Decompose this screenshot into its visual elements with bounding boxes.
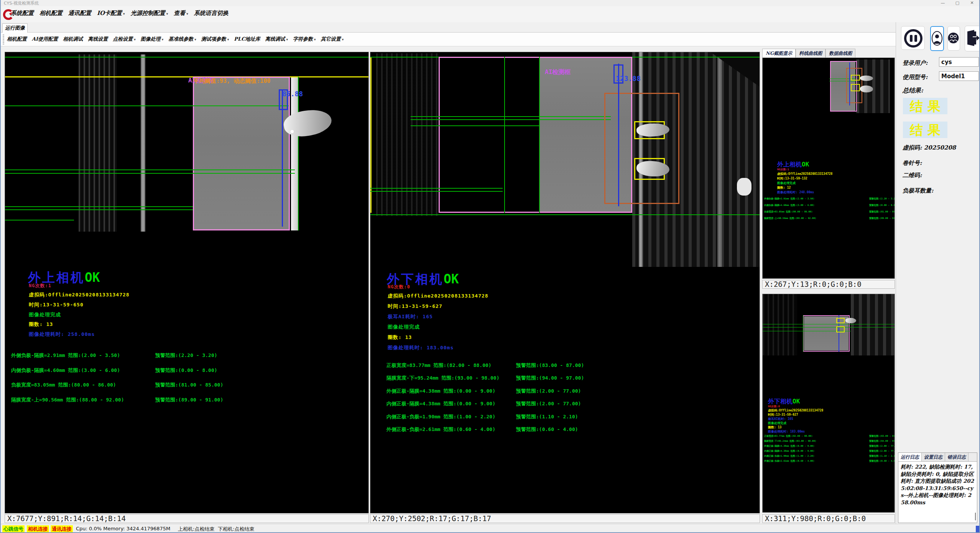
login-user-input[interactable] [939, 57, 979, 67]
mini-virtual-code: 虚拟码:Offline20250208133134728 [777, 172, 832, 176]
measure-line-vertical [539, 57, 540, 213]
mini-elapsed: 图像处理耗时: 248.00ms [777, 190, 814, 194]
tab-error-log[interactable]: 错误日志 [945, 453, 968, 461]
chevron-down-icon: ▾ [166, 12, 168, 16]
baseline-green-top [5, 57, 369, 58]
menu-camera-config[interactable]: 相机配置 [39, 10, 62, 17]
mini-elapsed: 图像处理耗时: 183.00ms [768, 429, 805, 434]
capture-time: 时间:13-31-59-627 [388, 303, 442, 310]
pause-icon [904, 29, 922, 48]
tab-ng-screenshot[interactable]: NG截图显示 [762, 49, 796, 58]
tool-label: 相机调试 [63, 36, 83, 42]
measurement-text: 内侧正极-隔膜=4.38mm 范围:(0.00 - 9.00) [386, 400, 495, 407]
camera-bg-stripes [79, 54, 117, 232]
warn-range: 预警范围:(2.20 - 3.20) [869, 197, 895, 201]
pause-button[interactable] [901, 26, 925, 50]
measurement-row: 内侧正极-负极=1.90mm 范围:(1.00 - 2.20)预警范围:(1.1… [764, 454, 894, 459]
resize-grip[interactable] [976, 526, 980, 533]
tool-offline-debug[interactable]: 离线调试▾ [265, 36, 288, 43]
mini-ng-count: NG次数:0 [768, 405, 780, 408]
camera-status-ok: OK [793, 398, 800, 405]
tool-baseline-params[interactable]: 基准线参数▾ [168, 36, 196, 43]
warn-range: 预警范围:(2.00 - 77.00) [869, 444, 895, 448]
tool-plc-address[interactable]: PLC地址库 [234, 36, 260, 43]
measure-line [370, 188, 503, 189]
total-result-label: 总结果: [903, 87, 923, 95]
loop-count: 圈数: 13 [29, 321, 53, 328]
qrcode-field: 二维码: [903, 172, 922, 179]
menu-label: 光源控制配置 [131, 10, 165, 16]
measure-value: 123.88 [616, 74, 641, 82]
tool-label: 相机配置 [7, 36, 27, 42]
chevron-down-icon: ▾ [314, 38, 316, 41]
measurement-text: 隔膜宽度-上=90.56mm 范围:(88.00 - 92.00) [11, 396, 124, 403]
exit-door-icon [965, 26, 980, 50]
virtual-code-field: 虚拟码: 20250208 [903, 144, 956, 151]
camera-name: 外上相机 [777, 161, 802, 168]
measure-value: 85.88 [282, 90, 303, 98]
loop-count: 圈数: 13 [388, 334, 412, 341]
menu-bar: 系统配置 相机配置 通讯配置 IO卡配置▾ 光源控制配置▾ 查看▾ 系统语言切换 [1, 6, 980, 22]
measure-line-long [370, 214, 760, 215]
menu-system-config[interactable]: 系统配置 [11, 10, 34, 17]
log-scrollbar[interactable] [975, 513, 976, 520]
toolbar-items: 相机配置 AI使用配置 相机调试 离线设置 点检设置▾ 图像处理▾ 基准线参数▾… [7, 36, 344, 43]
ng-mini-down-view[interactable]: 外下相机OK NG次数:0 虚拟码:Offline202502081331347… [762, 294, 895, 513]
tool-image-process[interactable]: 图像处理▾ [141, 36, 164, 43]
tab-data-curve[interactable]: 数据曲线图 [825, 49, 855, 58]
exit-button[interactable] [965, 26, 980, 51]
mini-tape [860, 76, 873, 81]
heartbeat-status: 心跳信号 [2, 525, 25, 533]
mini-tape [860, 86, 873, 92]
model-input[interactable] [939, 71, 979, 81]
warn-range: 预警范围:(0.60 - 4.00) [869, 459, 895, 463]
tab-run-log[interactable]: 运行日志 [898, 453, 922, 461]
ng-mini-up-view[interactable]: 外上相机OK NG次数:1 虚拟码:Offline202502081331347… [762, 58, 895, 279]
tab-material-curve[interactable]: 料线曲线图 [796, 49, 825, 58]
camera-down-view[interactable]: AI检测框 123.88 外下相机OK NG次数:0 虚拟码:Offline20… [370, 52, 760, 513]
user-icon [931, 27, 943, 50]
tool-spotcheck-setting[interactable]: 点检设置▾ [113, 36, 136, 43]
white-reflection [737, 178, 751, 196]
mini-camera-image [763, 294, 895, 355]
tool-testitem-params[interactable]: 测试项参数▾ [201, 36, 229, 43]
menu-io-config[interactable]: IO卡配置▾ [97, 10, 125, 17]
defect-box-orange [604, 93, 679, 204]
tab-setting-log[interactable]: 设置日志 [922, 453, 945, 461]
ai-detect-box-pink [439, 57, 632, 213]
camera-bright-band [141, 54, 145, 232]
measurement-row: 外侧正极-隔膜=4.38mm 范围:(0.00 - 9.00)预警范围:(2.0… [764, 444, 894, 449]
login-user-label: 登录用户: [903, 59, 928, 67]
tool-offline-setting[interactable]: 离线设置 [88, 36, 108, 43]
tool-other-settings[interactable]: 其它设置▾ [321, 36, 344, 43]
minimize-icon[interactable]: — [936, 0, 950, 6]
menu-view[interactable]: 查看▾ [174, 10, 188, 17]
measurement-text: 外侧正极-负极=2.61mm 范围:(0.60 - 4.00) [764, 459, 814, 463]
warn-range: 预警范围:(83.00 - 87.00) [516, 362, 584, 369]
measurement-row: 隔膜宽度-下=95.24mm 范围:(93.00 - 98.00)预警范围:(9… [386, 375, 755, 387]
camera-up-view[interactable]: AI检测框 平均阈值:93, 动态阈值:100 85.88 外上相机OK NG次… [5, 52, 369, 513]
tab-run-image[interactable]: 运行图像 [2, 23, 28, 33]
measure-line [5, 169, 295, 170]
maximize-icon[interactable]: ▢ [950, 0, 965, 6]
close-icon[interactable]: ✕ [965, 0, 979, 6]
measurement-text: 外侧正极-隔膜=4.38mm 范围:(0.00 - 9.00) [764, 444, 814, 448]
menu-language-switch[interactable]: 系统语言切换 [194, 10, 229, 17]
mini-virtual-code: 虚拟码:Offline20250208133134728 [768, 408, 823, 413]
user-button[interactable] [930, 26, 944, 51]
tool-ai-use-config[interactable]: AI使用配置 [32, 36, 58, 43]
ng-mini-up-coords: X:267;Y:13;R:0;G:0;B:0 [762, 280, 895, 289]
menu-label: 相机配置 [39, 10, 62, 16]
measurement-text: 内侧负极-隔膜=4.60mm 范围:(3.00 - 6.00) [764, 204, 814, 207]
toolbar-grip[interactable] [3, 35, 4, 44]
tool-char-params[interactable]: 字符参数▾ [293, 36, 316, 43]
warn-range: 预警范围:(94.00 - 97.00) [869, 439, 895, 443]
menu-comm-config[interactable]: 通讯配置 [68, 10, 91, 17]
tool-camera-config[interactable]: 相机配置 [7, 36, 27, 43]
users-group-button[interactable] [947, 26, 960, 51]
measurement-text: 负极宽度=83.05mm 范围:(80.00 - 86.00) [11, 382, 116, 388]
menu-light-config[interactable]: 光源控制配置▾ [131, 10, 168, 17]
camera-up-coords: X:7677;Y:891;R:14;G:14;B:14 [5, 514, 369, 523]
measurement-row: 外侧正极-隔膜=4.38mm 范围:(0.00 - 9.00)预警范围:(2.0… [386, 388, 755, 400]
tool-camera-debug[interactable]: 相机调试 [63, 36, 83, 43]
